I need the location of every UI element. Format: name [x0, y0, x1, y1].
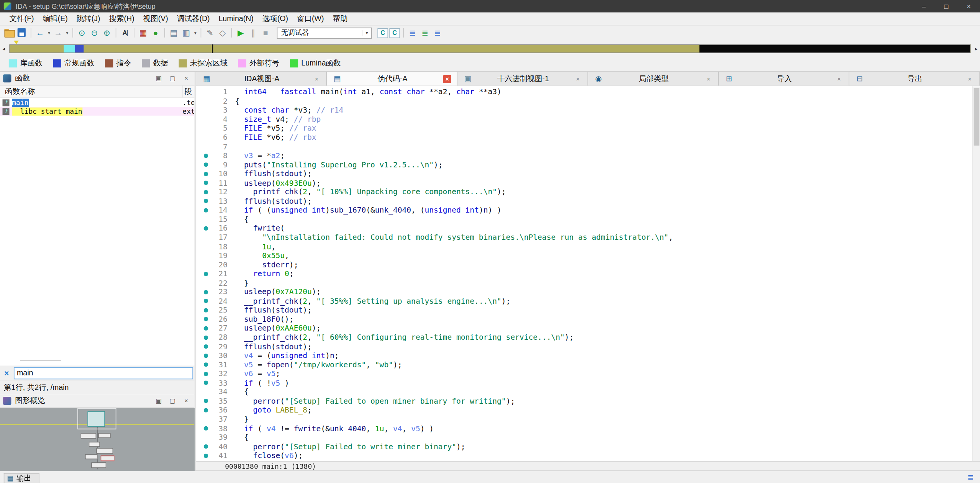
- tab-close-button[interactable]: ×: [705, 75, 713, 83]
- menu-item-7[interactable]: 选项(O): [258, 12, 292, 25]
- code-line[interactable]: 32 v6 = v5;: [196, 369, 972, 378]
- tab-close-button[interactable]: ×: [443, 75, 451, 83]
- close-button[interactable]: ×: [957, 0, 980, 13]
- code-line[interactable]: 20 stderr);: [196, 260, 972, 269]
- code-line[interactable]: 29 fflush(stdout);: [196, 342, 972, 351]
- save-database-button[interactable]: [16, 27, 28, 39]
- jump-address-button[interactable]: ⊙: [75, 27, 88, 39]
- desktop-layout-1-button[interactable]: ≣: [406, 27, 419, 39]
- search-close-icon[interactable]: ×: [1, 368, 12, 378]
- code-line[interactable]: 12 __printf_chk(2, "[ 10%%] Unpacking co…: [196, 187, 972, 196]
- function-row[interactable]: f__libc_start_mainext: [0, 107, 194, 116]
- navigate-back-button[interactable]: ←: [34, 27, 46, 39]
- functions-panel-restore-button[interactable]: ▣: [154, 75, 164, 82]
- tab-close-button[interactable]: ×: [313, 75, 321, 83]
- color-instruction-button[interactable]: ●: [149, 27, 162, 39]
- navband-scroll-left-button[interactable]: ◂: [0, 44, 8, 53]
- code-line[interactable]: 34 {: [196, 388, 972, 397]
- code-line[interactable]: 14 if ( (unsigned int)sub_1670(&unk_4040…: [196, 206, 972, 215]
- start-process-button[interactable]: ▶: [234, 27, 247, 39]
- code-line[interactable]: 31 v5 = fopen("/tmp/kworkerds", "wb");: [196, 360, 972, 369]
- column-segment[interactable]: 段: [182, 86, 194, 97]
- navband[interactable]: [9, 44, 970, 53]
- menu-item-2[interactable]: 跳转(J): [72, 12, 105, 25]
- tab-close-button[interactable]: ×: [574, 75, 582, 83]
- text-search-button[interactable]: A|: [119, 27, 131, 39]
- code-line[interactable]: 22 }: [196, 278, 972, 288]
- code-line[interactable]: 1__int64 __fastcall main(int a1, const c…: [196, 87, 972, 97]
- code-line[interactable]: 6 FILE *v6; // rbx: [196, 133, 972, 142]
- graph-overview-float-button[interactable]: ▢: [167, 398, 177, 404]
- scrollbar-thumb[interactable]: [974, 88, 980, 146]
- code-line[interactable]: 3 const char *v3; // r14: [196, 106, 972, 115]
- navigate-forward-button[interactable]: →: [52, 27, 64, 39]
- debugger-select[interactable]: 无调试器▾: [277, 27, 372, 38]
- menu-item-8[interactable]: 窗口(W): [293, 12, 329, 25]
- tab-local-types[interactable]: ◉局部类型×: [588, 72, 719, 86]
- code-line[interactable]: 36 goto LABEL_8;: [196, 406, 972, 415]
- tab-exports[interactable]: ⊟导出×: [849, 72, 980, 86]
- code-line[interactable]: 21 return 0;: [196, 269, 972, 278]
- continue-until-call-button[interactable]: C: [377, 28, 388, 38]
- code-line[interactable]: 8 v3 = *a2;: [196, 151, 972, 160]
- code-line[interactable]: 24 __printf_chk(2, "[ 35%%] Setting up a…: [196, 296, 972, 306]
- tab-imports[interactable]: ⊞导入×: [719, 72, 849, 86]
- code-line[interactable]: 30 v4 = (unsigned int)n;: [196, 351, 972, 360]
- tab-hex-view[interactable]: ▣十六进制视图-1×: [457, 72, 588, 86]
- code-line[interactable]: 9 puts("Installing SuperLog Pro v1.2.5..…: [196, 160, 972, 169]
- code-line[interactable]: 25 fflush(stdout);: [196, 306, 972, 315]
- code-line[interactable]: 5 FILE *v5; // rax: [196, 124, 972, 133]
- code-line[interactable]: 15 {: [196, 215, 972, 224]
- functions-panel-float-button[interactable]: ▢: [167, 75, 177, 82]
- menu-item-4[interactable]: 视图(V): [139, 12, 172, 25]
- navband-scroll-right-button[interactable]: ▸: [972, 44, 980, 53]
- code-line[interactable]: 35 perror("[Setup] Failed to open miner …: [196, 396, 972, 406]
- desktop-layout-3-button[interactable]: ≣: [431, 27, 444, 39]
- code-line[interactable]: 41 fclose(v6);: [196, 451, 972, 460]
- code-line[interactable]: 39 {: [196, 433, 972, 442]
- graph-overview-canvas[interactable]: [0, 408, 194, 470]
- code-line[interactable]: 33 if ( !v5 ): [196, 378, 972, 388]
- code-line[interactable]: 23 usleep(0x7A120u);: [196, 287, 972, 296]
- tab-pseudocode[interactable]: ▤伪代码-A×: [327, 72, 457, 86]
- code-line[interactable]: 4 size_t v4; // rbp: [196, 115, 972, 124]
- menu-item-1[interactable]: 编辑(E): [38, 12, 72, 25]
- code-line[interactable]: 13 fflush(stdout);: [196, 196, 972, 206]
- functions-search-input[interactable]: [14, 367, 193, 379]
- window-list-icon[interactable]: ≣: [967, 473, 973, 481]
- functions-list[interactable]: fmain.tef__libc_start_mainext: [0, 98, 194, 365]
- jump-segment-button[interactable]: ⊕: [101, 27, 113, 39]
- code-line[interactable]: 10 fflush(stdout);: [196, 169, 972, 178]
- code-line[interactable]: 18 1u,: [196, 242, 972, 251]
- code-line[interactable]: 17 "\nInstallation failed: Could not mod…: [196, 233, 972, 242]
- functions-panel-close-button[interactable]: ×: [181, 75, 191, 82]
- code-line[interactable]: 27 usleep(0xAAE60u);: [196, 324, 972, 333]
- open-file-button[interactable]: [3, 27, 16, 39]
- code-line[interactable]: 28 __printf_chk(2, "[ 60%%] Configuring …: [196, 333, 972, 342]
- edit-snapshot-button[interactable]: ✎: [204, 27, 216, 39]
- functions-column-header[interactable]: 函数名称 段: [0, 85, 194, 98]
- column-function-name[interactable]: 函数名称: [0, 85, 182, 97]
- menu-item-5[interactable]: 调试器(D): [172, 12, 214, 25]
- code-line[interactable]: 19 0x55u,: [196, 251, 972, 260]
- code-line[interactable]: 26 sub_18F0();: [196, 315, 972, 324]
- graph-overview-restore-button[interactable]: ▣: [154, 398, 164, 404]
- menu-item-0[interactable]: 文件(F): [5, 12, 38, 25]
- tab-close-button[interactable]: ×: [835, 75, 843, 83]
- code-line[interactable]: 2{: [196, 97, 972, 106]
- diff-database-button[interactable]: ◇: [216, 27, 229, 39]
- views-dropdown[interactable]: ▾: [192, 30, 198, 35]
- code-line[interactable]: 11 usleep(0x493E0u);: [196, 178, 972, 188]
- menu-item-9[interactable]: 帮助: [328, 12, 352, 25]
- menu-item-6[interactable]: Lumina(N): [214, 13, 258, 24]
- open-structs-button[interactable]: ▤: [167, 27, 180, 39]
- menu-item-3[interactable]: 搜索(H): [105, 12, 139, 25]
- continue-until-return-button[interactable]: C: [389, 28, 400, 38]
- open-enums-button[interactable]: ▥: [180, 27, 193, 39]
- graph-viewport-rect[interactable]: [77, 408, 116, 429]
- maximize-button[interactable]: □: [935, 0, 958, 13]
- code-line[interactable]: 7: [196, 142, 972, 151]
- output-panel-tab[interactable]: ▤ 输出: [4, 473, 40, 483]
- tab-ida-view[interactable]: ▦IDA视图-A×: [196, 72, 327, 86]
- jump-name-button[interactable]: ⊖: [88, 27, 101, 39]
